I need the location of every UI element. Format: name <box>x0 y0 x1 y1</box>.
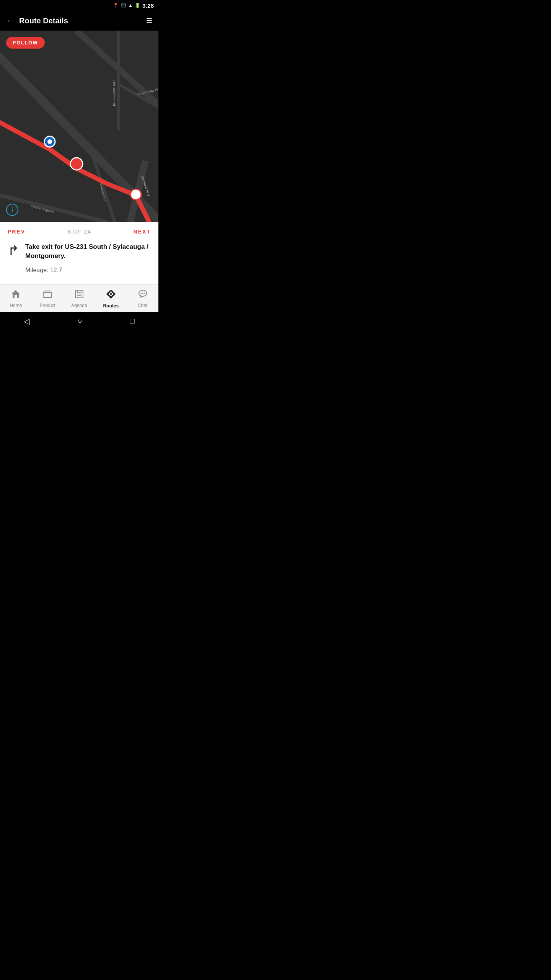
svg-point-11 <box>130 189 141 200</box>
back-button[interactable]: ← <box>6 16 15 26</box>
svg-marker-17 <box>11 290 20 298</box>
prev-button[interactable]: PREV <box>8 229 25 235</box>
tab-product-label: Product <box>40 303 55 308</box>
home-icon <box>11 289 21 301</box>
svg-point-9 <box>47 139 52 144</box>
nav-text-block: Take exit for US-231 South / Sylacauga /… <box>25 242 151 274</box>
system-nav-bar: ◁ ○ □ <box>0 312 158 330</box>
mileage-text: Mileage: 12.7 <box>25 267 151 274</box>
tab-chat[interactable]: Chat <box>127 289 158 308</box>
vibrate-icon: 📳 <box>121 3 126 8</box>
svg-text:Old Rockford Rd: Old Rockford Rd <box>112 80 116 106</box>
nav-instruction: ↱ Take exit for US-231 South / Sylacauga… <box>8 242 151 278</box>
status-time: 3:28 <box>142 2 154 9</box>
svg-point-10 <box>70 158 83 170</box>
tab-home[interactable]: Home <box>0 289 32 308</box>
status-bar: 📍 📳 ▲ 🔋 3:28 <box>0 0 158 11</box>
menu-button[interactable]: ☰ <box>146 16 152 25</box>
page-title: Route Details <box>19 16 146 25</box>
sys-recent-button[interactable]: □ <box>130 317 134 325</box>
nav-counter: 8 OF 24 <box>68 228 91 235</box>
nav-controls: PREV 8 OF 24 NEXT <box>8 228 151 235</box>
agenda-icon <box>74 289 84 301</box>
signal-icon: ▲ <box>128 3 133 8</box>
tab-product[interactable]: Product <box>32 289 64 308</box>
tab-agenda[interactable]: Agenda <box>64 289 95 308</box>
sys-home-button[interactable]: ○ <box>77 317 82 325</box>
tab-bar: Home Product Agenda <box>0 284 158 312</box>
chat-icon <box>138 289 148 301</box>
tab-routes-label: Routes <box>103 303 119 309</box>
follow-button[interactable]: FOLLOW <box>6 37 45 49</box>
svg-point-36 <box>140 293 142 294</box>
nav-panel: PREV 8 OF 24 NEXT ↱ Take exit for US-231… <box>0 222 158 284</box>
tab-agenda-label: Agenda <box>71 303 87 308</box>
map-view: Old Rockford Rd Rocky Ridge Rd Rockford … <box>0 31 158 222</box>
product-icon <box>42 289 52 301</box>
svg-marker-35 <box>140 296 143 298</box>
sys-back-button[interactable]: ◁ <box>24 317 29 326</box>
instruction-text: Take exit for US-231 South / Sylacauga /… <box>25 242 151 261</box>
svg-point-37 <box>142 293 143 294</box>
tab-home-label: Home <box>10 303 22 308</box>
turn-arrow-icon: ↱ <box>8 244 19 258</box>
status-icons: 📍 📳 ▲ 🔋 3:28 <box>113 2 154 9</box>
routes-icon <box>106 289 116 302</box>
header: ← Route Details ☰ <box>0 11 158 31</box>
map-svg: Old Rockford Rd Rocky Ridge Rd Rockford … <box>0 31 158 222</box>
battery-icon: 🔋 <box>135 3 140 8</box>
svg-point-38 <box>143 293 145 294</box>
tab-routes[interactable]: Routes <box>95 289 127 309</box>
next-button[interactable]: NEXT <box>134 229 151 235</box>
location-icon: 📍 <box>113 3 119 8</box>
info-button[interactable]: i <box>6 204 18 216</box>
tab-chat-label: Chat <box>138 303 147 308</box>
